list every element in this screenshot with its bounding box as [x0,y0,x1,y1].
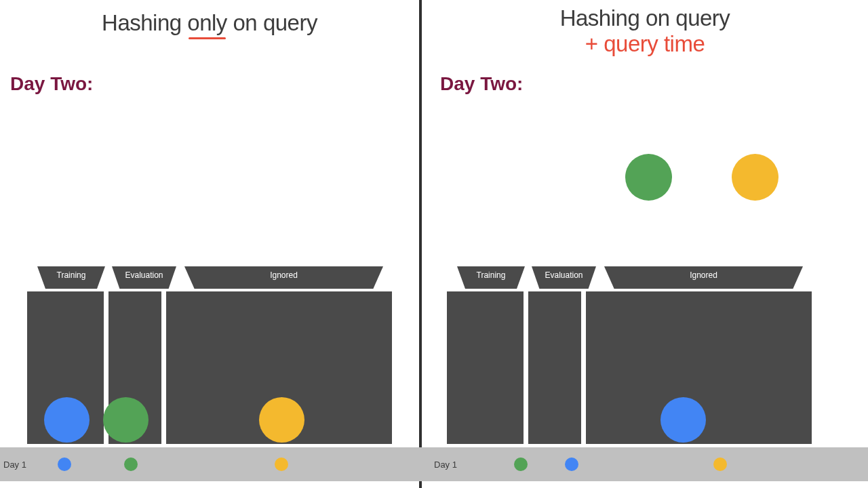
day1-label-right: Day 1 [434,460,457,470]
day1-left-green [124,458,138,471]
left-title-underline: only [187,10,227,35]
ball-blue [44,397,90,443]
box-training-r [447,291,524,444]
funnel-evaluation-r: Evaluation [532,266,596,289]
left-bucket-area: Training Evaluation Ignored [27,266,392,444]
day1-right-blue [565,458,578,471]
left-day-label: Day Two: [10,73,93,95]
ball-green [103,397,149,443]
day1-right-green [514,458,528,471]
box-evaluation-r [528,291,581,444]
ball-green-floating [625,154,672,201]
day1-strip: Day 1 Day 1 [0,447,868,481]
day1-left-blue [58,458,71,471]
right-bucket-area: Training Evaluation Ignored [447,266,812,444]
day1-left-yellow [275,458,288,471]
left-title-a: Hashing [102,10,187,35]
day1-label-left: Day 1 [3,460,26,470]
panel-right: Hashing on query + query time Day Two: T… [422,0,868,488]
funnel-evaluation: Evaluation [112,266,176,289]
right-title-1: Hashing on query [422,5,868,31]
ball-blue-r [660,397,706,443]
funnel-training-r: Training [457,266,525,289]
day1-right-yellow [713,458,727,471]
right-title-2: + query time [422,31,868,57]
ball-yellow-floating [732,154,778,201]
funnel-training: Training [37,266,105,289]
left-title-c: on query [227,10,317,35]
ball-yellow [259,397,304,443]
left-title: Hashing only on query [0,10,419,36]
funnel-ignored: Ignored [184,266,383,289]
right-day-label: Day Two: [440,73,523,95]
funnel-ignored-r: Ignored [604,266,803,289]
panel-left: Hashing only on query Day Two: Training … [0,0,419,488]
